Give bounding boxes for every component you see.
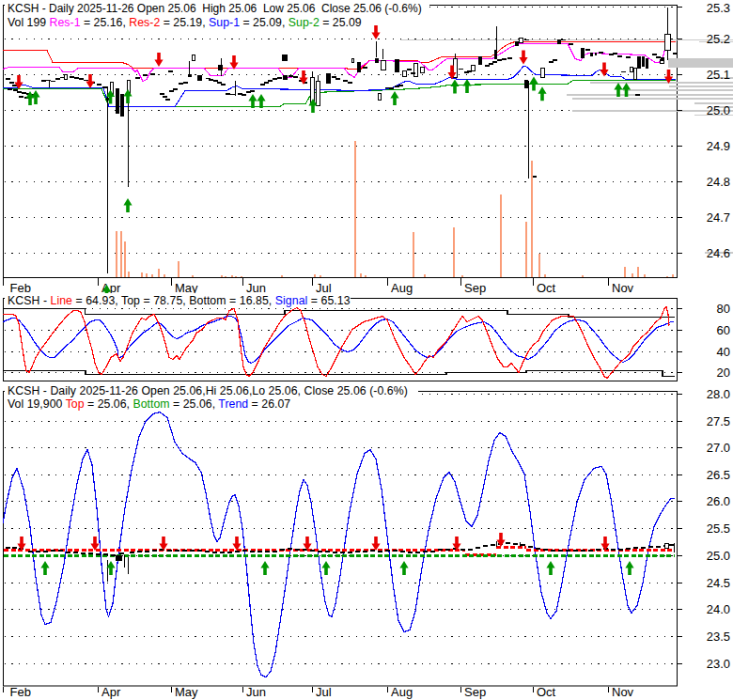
svg-text:Oct: Oct (537, 685, 556, 699)
svg-text:25.0: 25.0 (707, 549, 730, 563)
svg-text:25.2: 25.2 (707, 32, 730, 46)
svg-text:24.0: 24.0 (707, 602, 730, 616)
svg-text:26.5: 26.5 (707, 468, 730, 482)
svg-text:May: May (175, 685, 198, 699)
svg-text:Oct: Oct (537, 281, 556, 295)
svg-text:24.8: 24.8 (707, 175, 730, 189)
svg-text:Sep: Sep (464, 281, 486, 295)
svg-text:Vol 19,900 Top = 25.06, Bottom: Vol 19,900 Top = 25.06, Bottom = 25.06, … (8, 397, 290, 411)
svg-text:40: 40 (717, 345, 730, 359)
svg-text:25.5: 25.5 (707, 521, 730, 536)
svg-text:Apr: Apr (101, 685, 121, 699)
svg-text:Jun: Jun (246, 685, 266, 699)
svg-text:23.0: 23.0 (707, 657, 730, 671)
svg-text:KCSH - Line = 64.93, Top = 78.: KCSH - Line = 64.93, Top = 78.75, Bottom… (8, 294, 351, 307)
svg-text:24.7: 24.7 (707, 210, 730, 225)
svg-text:23.5: 23.5 (707, 630, 730, 644)
svg-text:KCSH - Daily 2025-11-26 Open 2: KCSH - Daily 2025-11-26 Open 25.06,Hi 25… (8, 384, 408, 397)
svg-text:24.6: 24.6 (707, 246, 730, 260)
svg-text:Nov: Nov (612, 685, 634, 699)
svg-text:Feb: Feb (10, 685, 31, 699)
svg-text:25.1: 25.1 (707, 68, 730, 82)
svg-text:27.5: 27.5 (707, 414, 730, 428)
svg-text:24.9: 24.9 (707, 139, 730, 153)
svg-text:20: 20 (717, 366, 730, 380)
svg-text:Vol 199 Res-1 = 25.16, Res-2 =: Vol 199 Res-1 = 25.16, Res-2 = 25.19, Su… (8, 16, 362, 29)
svg-text:26.0: 26.0 (707, 494, 730, 508)
svg-text:60: 60 (717, 323, 730, 337)
svg-text:27.0: 27.0 (707, 441, 730, 455)
svg-text:KCSH - Daily 2025-11-26 Open 2: KCSH - Daily 2025-11-26 Open 25.06 High … (8, 2, 422, 15)
svg-text:25.0: 25.0 (707, 103, 730, 117)
svg-text:Sep: Sep (464, 685, 486, 699)
svg-text:28.0: 28.0 (707, 387, 730, 401)
svg-text:80: 80 (717, 302, 730, 316)
svg-text:Aug: Aug (391, 685, 413, 699)
svg-text:Jul: Jul (316, 685, 332, 699)
svg-text:Aug: Aug (391, 281, 413, 295)
svg-text:Nov: Nov (612, 281, 634, 295)
svg-text:25.3: 25.3 (707, 1, 730, 15)
svg-text:24.5: 24.5 (707, 576, 730, 590)
